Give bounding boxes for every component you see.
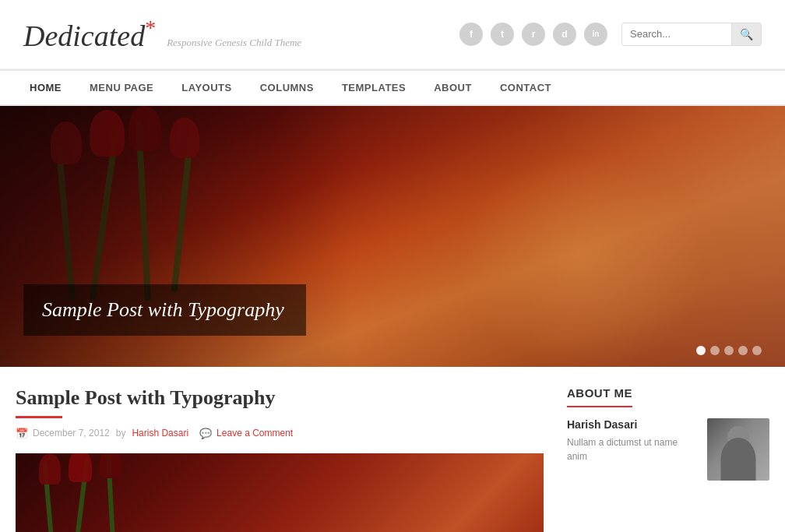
nav-link-columns[interactable]: COLUMNS bbox=[246, 71, 328, 104]
site-logo[interactable]: Dedicated* bbox=[23, 16, 156, 53]
header-right: f t r d in 🔍 bbox=[459, 23, 762, 46]
slider-dot-2[interactable] bbox=[710, 346, 720, 355]
post-title-underline bbox=[16, 416, 62, 418]
nav-link-about[interactable]: ABOUT bbox=[420, 71, 486, 104]
post-date: December 7, 2012 bbox=[33, 428, 110, 439]
logo-name: Dedicated bbox=[23, 19, 145, 52]
hero-slider: Sample Post with Typography bbox=[0, 106, 785, 367]
nav-item-about[interactable]: ABOUT bbox=[420, 71, 486, 104]
about-widget-title: About me bbox=[567, 386, 632, 407]
site-tagline: Responsive Genesis Child Theme bbox=[167, 37, 301, 49]
comment-icon: 💬 bbox=[199, 428, 212, 439]
slider-dots bbox=[696, 346, 762, 355]
search-button[interactable]: 🔍 bbox=[731, 23, 761, 45]
rss-icon[interactable]: r bbox=[522, 23, 545, 46]
about-me-description: Nullam a dictumst ut name anim bbox=[567, 435, 698, 463]
search-input[interactable] bbox=[622, 23, 731, 44]
sidebar: About me Harish Dasari Nullam a dictumst… bbox=[567, 386, 769, 532]
main-content: Sample Post with Typography 📅 December 7… bbox=[0, 367, 785, 532]
slider-dot-4[interactable] bbox=[738, 346, 748, 355]
logo-area: Dedicated* Responsive Genesis Child Them… bbox=[23, 16, 301, 53]
facebook-icon[interactable]: f bbox=[459, 23, 483, 46]
post-meta: 📅 December 7, 2012 by Harish Dasari 💬 Le… bbox=[16, 428, 544, 439]
about-me-name: Harish Dasari bbox=[567, 418, 698, 431]
nav-item-layouts[interactable]: LAYOUTS bbox=[167, 71, 245, 104]
logo-asterisk: * bbox=[145, 16, 156, 40]
nav-link-contact[interactable]: CONTACT bbox=[486, 71, 565, 104]
about-me-text: Harish Dasari Nullam a dictumst ut name … bbox=[567, 418, 698, 463]
twitter-icon[interactable]: t bbox=[491, 23, 514, 46]
nav-item-columns[interactable]: COLUMNS bbox=[246, 71, 328, 104]
nav-item-menu-page[interactable]: MENU PAGE bbox=[76, 71, 167, 104]
nav-item-home[interactable]: HOME bbox=[16, 71, 76, 104]
nav-link-templates[interactable]: TEMPLATES bbox=[328, 71, 420, 104]
search-bar: 🔍 bbox=[621, 23, 762, 46]
linkedin-icon[interactable]: in bbox=[584, 23, 607, 46]
post-comment-link[interactable]: Leave a Comment bbox=[216, 428, 293, 439]
hero-caption: Sample Post with Typography bbox=[23, 284, 306, 336]
nav-item-templates[interactable]: TEMPLATES bbox=[328, 71, 420, 104]
content-area: Sample Post with Typography 📅 December 7… bbox=[16, 386, 567, 532]
calendar-icon: 📅 bbox=[16, 428, 28, 439]
hero-caption-text: Sample Post with Typography bbox=[42, 298, 284, 322]
nav-link-home[interactable]: HOME bbox=[16, 71, 76, 104]
nav-item-contact[interactable]: CONTACT bbox=[486, 71, 565, 104]
dribbble-icon[interactable]: d bbox=[553, 23, 576, 46]
post-title: Sample Post with Typography bbox=[16, 386, 544, 410]
post-by: by bbox=[116, 428, 126, 439]
post-thumbnail bbox=[16, 453, 544, 532]
about-widget: About me Harish Dasari Nullam a dictumst… bbox=[567, 386, 769, 481]
avatar-body bbox=[721, 438, 756, 481]
site-header: Dedicated* Responsive Genesis Child Them… bbox=[0, 0, 785, 69]
nav-link-layouts[interactable]: LAYOUTS bbox=[167, 71, 245, 104]
about-me-content: Harish Dasari Nullam a dictumst ut name … bbox=[567, 418, 769, 481]
slider-dot-5[interactable] bbox=[752, 346, 762, 355]
nav-link-menu-page[interactable]: MENU PAGE bbox=[76, 71, 167, 104]
slider-dot-3[interactable] bbox=[724, 346, 734, 355]
post-author-link[interactable]: Harish Dasari bbox=[132, 428, 188, 439]
avatar bbox=[707, 418, 769, 481]
slider-dot-1[interactable] bbox=[696, 346, 706, 355]
main-navigation: HOME MENU PAGE LAYOUTS COLUMNS TEMPLATES… bbox=[0, 69, 785, 106]
